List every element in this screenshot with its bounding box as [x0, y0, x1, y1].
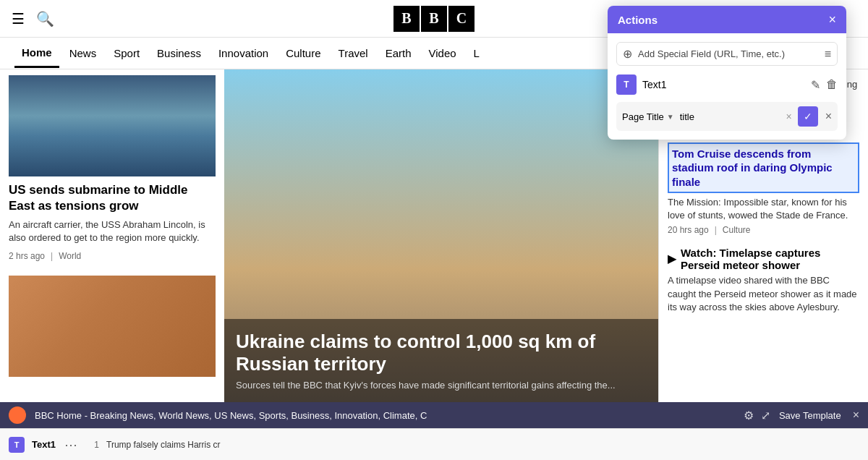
chevron-down-icon: ▼: [667, 113, 674, 121]
middle-column: Ukraine claims to control 1,000 sq km of…: [224, 69, 658, 402]
ukraine-title[interactable]: Ukraine claims to control 1,000 sq km of…: [236, 331, 647, 375]
save-template-button[interactable]: Save Template: [779, 410, 841, 421]
extension-logo: [9, 406, 26, 424]
extension-name: Text1: [32, 439, 56, 450]
search-icon[interactable]: 🔍: [36, 10, 54, 27]
navy-carrier-image: [9, 75, 216, 176]
story-image-submarine: [9, 75, 216, 176]
status-bar: BBC Home - Breaking News, World News, US…: [0, 402, 868, 428]
bottom-bar: T Text1 ⋯ 1 Trump falsely claims Harris …: [0, 428, 868, 460]
text1-label: Text1: [642, 79, 805, 90]
right-time-tomcruise: 20 hrs ago: [668, 225, 709, 235]
hamburger-icon[interactable]: ☰: [12, 10, 25, 27]
right-meta-tomcruise: 20 hrs ago | Culture: [668, 225, 859, 235]
meta-sep: |: [51, 251, 53, 261]
actions-header: Actions ×: [608, 6, 846, 33]
right-desc-perseid: A timelapse video shared with the BBC ca…: [668, 274, 859, 314]
nav-item-travel[interactable]: Travel: [331, 40, 375, 67]
field-confirm-button[interactable]: ✓: [798, 106, 818, 127]
field-row: Page Title ▼ × ✓ ×: [616, 102, 838, 131]
field-cancel-button[interactable]: ×: [825, 110, 832, 123]
story-category: World: [59, 251, 81, 261]
nav-item-culture[interactable]: Culture: [278, 40, 328, 67]
nav-item-video[interactable]: Video: [422, 40, 464, 67]
field-type-label: Page Title: [622, 111, 664, 122]
text1-icons: ✎ 🗑: [811, 78, 838, 92]
actions-panel: Actions × ⊕ Add Special Field (URL, Time…: [608, 6, 846, 140]
nav-item-news[interactable]: News: [62, 40, 104, 67]
watch-title-perseid[interactable]: ▶ Watch: Timelapse captures Perseid mete…: [668, 247, 859, 271]
ukraine-desc: Sources tell the BBC that Kyiv's forces …: [236, 380, 647, 391]
story-time: 2 hrs ago: [9, 251, 45, 261]
settings-icon[interactable]: ⚙: [744, 409, 754, 422]
add-field-label[interactable]: Add Special Field (URL, Time, etc.): [638, 48, 785, 59]
add-field-left: ⊕ Add Special Field (URL, Time, etc.): [623, 47, 785, 61]
delete-icon[interactable]: 🗑: [826, 78, 838, 92]
field-input-wrap: ×: [680, 111, 792, 122]
right-story-tomcruise: Tom Cruise descends from stadium roof in…: [668, 142, 859, 236]
story-title-submarine[interactable]: US sends submarine to Middle East as ten…: [9, 182, 216, 214]
bbc-logo: B B C: [393, 6, 475, 32]
edit-icon[interactable]: ✎: [811, 78, 820, 92]
nav-item-business[interactable]: Business: [150, 40, 208, 67]
right-cat-tomcruise: Culture: [723, 225, 751, 235]
story-card-second: [0, 270, 224, 383]
nav-item-innovation[interactable]: Innovation: [211, 40, 276, 67]
watch-label: Watch: Timelapse captures Perseid meteor…: [681, 247, 859, 271]
top-bar-left: ☰ 🔍: [12, 10, 54, 27]
status-icons: ⚙ ⤢: [744, 409, 770, 422]
bbc-c: C: [448, 6, 475, 32]
expand-icon[interactable]: ⤢: [761, 409, 770, 422]
bbc-b1: B: [393, 6, 420, 32]
field-clear-icon[interactable]: ×: [786, 111, 791, 122]
right-title-tomcruise[interactable]: Tom Cruise descends from stadium roof in…: [668, 142, 859, 194]
add-field-menu-icon[interactable]: ≡: [825, 48, 831, 61]
story-image-second: [9, 276, 216, 377]
extension-icon: T: [9, 437, 25, 453]
nav-item-more[interactable]: L: [467, 40, 487, 67]
nav-item-sport[interactable]: Sport: [106, 40, 147, 67]
nav-item-earth[interactable]: Earth: [378, 40, 419, 67]
row-number: 1: [85, 440, 99, 450]
right-desc-tomcruise: The Mission: Impossible star, known for …: [668, 196, 859, 222]
story-desc-submarine: An aircraft carrier, the USS Abraham Lin…: [9, 218, 216, 244]
actions-close-button[interactable]: ×: [828, 13, 836, 26]
ukraine-overlay: Ukraine claims to control 1,000 sq km of…: [224, 319, 658, 402]
ukraine-image: Ukraine claims to control 1,000 sq km of…: [224, 69, 658, 402]
more-options-icon[interactable]: ⋯: [64, 437, 77, 453]
bbc-b2: B: [421, 6, 447, 32]
story-card-submarine: US sends submarine to Middle East as ten…: [0, 69, 224, 267]
text1-badge: T: [616, 74, 637, 95]
actions-body: ⊕ Add Special Field (URL, Time, etc.) ≡ …: [608, 33, 846, 140]
text1-row: T Text1 ✎ 🗑: [616, 74, 838, 95]
play-icon: ▶: [668, 252, 676, 265]
status-close-icon[interactable]: ×: [853, 409, 859, 422]
story-meta-submarine: 2 hrs ago | World: [9, 251, 216, 261]
right-story-perseid: ▶ Watch: Timelapse captures Perseid mete…: [668, 247, 859, 314]
field-type-selector[interactable]: Page Title ▼: [622, 111, 674, 122]
page-url: BBC Home - Breaking News, World News, US…: [35, 410, 735, 421]
actions-title: Actions: [618, 14, 658, 26]
add-field-icon: ⊕: [623, 47, 632, 61]
nav-item-home[interactable]: Home: [14, 39, 59, 68]
field-value-input[interactable]: [680, 111, 792, 122]
preview-text: Trump falsely claims Harris cr: [106, 440, 221, 450]
left-column: US sends submarine to Middle East as ten…: [0, 69, 224, 402]
add-field-row: ⊕ Add Special Field (URL, Time, etc.) ≡: [616, 42, 838, 66]
